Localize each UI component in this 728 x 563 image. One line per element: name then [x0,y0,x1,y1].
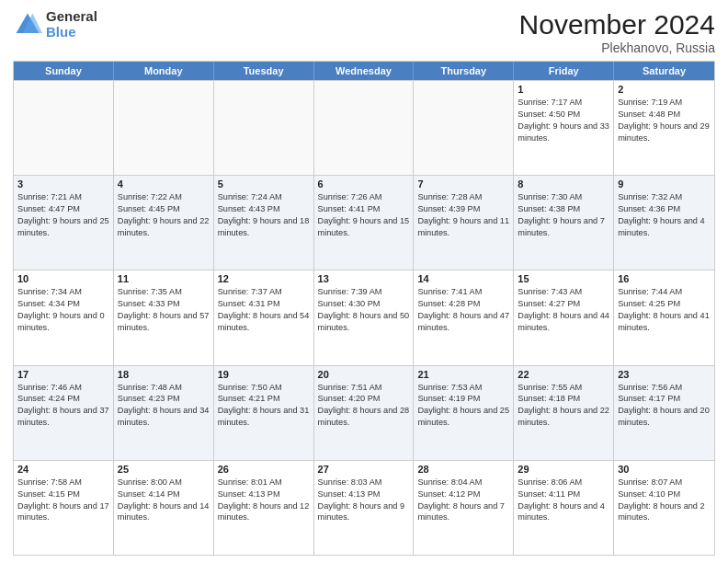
day-info: Sunrise: 7:48 AMSunset: 4:23 PMDaylight:… [118,382,210,430]
day-info: Sunrise: 8:03 AMSunset: 4:13 PMDaylight:… [318,477,410,524]
day-number: 21 [417,369,509,380]
day-info: Sunrise: 8:01 AMSunset: 4:13 PMDaylight:… [218,477,310,524]
day-number: 22 [518,369,609,380]
day-info: Sunrise: 7:53 AMSunset: 4:19 PMDaylight:… [417,382,509,430]
calendar-cell: 20Sunrise: 7:51 AMSunset: 4:20 PMDayligh… [314,366,415,460]
day-info: Sunrise: 7:55 AMSunset: 4:18 PMDaylight:… [518,382,609,430]
day-info: Sunrise: 7:24 AMSunset: 4:43 PMDaylight:… [218,191,310,239]
calendar-cell [314,81,415,175]
calendar-row-1: 3Sunrise: 7:21 AMSunset: 4:47 PMDaylight… [14,175,714,270]
logo-text: General Blue [46,9,97,40]
day-info: Sunrise: 7:26 AMSunset: 4:41 PMDaylight:… [318,191,410,239]
calendar-cell: 14Sunrise: 7:41 AMSunset: 4:28 PMDayligh… [414,270,514,364]
day-info: Sunrise: 8:00 AMSunset: 4:14 PMDaylight:… [118,477,210,524]
day-number: 28 [417,464,509,475]
day-info: Sunrise: 7:46 AMSunset: 4:24 PMDaylight:… [17,382,109,430]
header-day-wednesday: Wednesday [314,62,415,80]
month-title: November 2024 [519,9,715,40]
day-info: Sunrise: 7:28 AMSunset: 4:39 PMDaylight:… [417,191,509,239]
day-number: 24 [17,464,109,475]
calendar-body: 1Sunrise: 7:17 AMSunset: 4:50 PMDaylight… [14,80,714,555]
day-info: Sunrise: 7:43 AMSunset: 4:27 PMDaylight:… [518,286,609,334]
calendar-cell: 4Sunrise: 7:22 AMSunset: 4:45 PMDaylight… [114,176,214,270]
day-info: Sunrise: 7:32 AMSunset: 4:36 PMDaylight:… [618,191,711,239]
header-day-sunday: Sunday [14,62,114,80]
day-info: Sunrise: 7:17 AMSunset: 4:50 PMDaylight:… [518,97,609,144]
calendar-cell [14,81,114,175]
logo-blue: Blue [46,25,97,40]
calendar-cell: 26Sunrise: 8:01 AMSunset: 4:13 PMDayligh… [214,461,314,555]
day-number: 19 [218,369,310,380]
location: Plekhanovo, Russia [519,40,715,55]
day-number: 12 [218,273,310,284]
day-info: Sunrise: 7:58 AMSunset: 4:15 PMDaylight:… [17,477,109,524]
calendar-cell: 25Sunrise: 8:00 AMSunset: 4:14 PMDayligh… [114,461,214,555]
header-day-saturday: Saturday [614,62,714,80]
calendar-cell: 5Sunrise: 7:24 AMSunset: 4:43 PMDaylight… [214,176,314,270]
calendar-cell: 1Sunrise: 7:17 AMSunset: 4:50 PMDaylight… [514,81,614,175]
calendar-cell: 9Sunrise: 7:32 AMSunset: 4:36 PMDaylight… [614,176,714,270]
calendar-cell: 15Sunrise: 7:43 AMSunset: 4:27 PMDayligh… [514,270,614,364]
calendar-row-2: 10Sunrise: 7:34 AMSunset: 4:34 PMDayligh… [14,270,714,364]
calendar-header: SundayMondayTuesdayWednesdayThursdayFrid… [14,62,714,80]
day-info: Sunrise: 8:07 AMSunset: 4:10 PMDaylight:… [618,477,711,524]
day-number: 15 [518,273,609,284]
logo-icon [13,10,42,40]
calendar-row-0: 1Sunrise: 7:17 AMSunset: 4:50 PMDaylight… [14,80,714,175]
day-info: Sunrise: 8:06 AMSunset: 4:11 PMDaylight:… [518,477,609,524]
header-day-tuesday: Tuesday [214,62,314,80]
calendar-cell: 19Sunrise: 7:50 AMSunset: 4:21 PMDayligh… [214,366,314,460]
day-info: Sunrise: 7:50 AMSunset: 4:21 PMDaylight:… [218,382,310,430]
day-info: Sunrise: 7:30 AMSunset: 4:38 PMDaylight:… [518,191,609,239]
day-number: 17 [17,369,109,380]
day-number: 2 [618,84,711,95]
calendar-cell: 28Sunrise: 8:04 AMSunset: 4:12 PMDayligh… [414,461,514,555]
calendar-cell: 16Sunrise: 7:44 AMSunset: 4:25 PMDayligh… [614,270,714,364]
day-info: Sunrise: 7:56 AMSunset: 4:17 PMDaylight:… [618,382,711,430]
day-number: 3 [17,178,109,190]
day-number: 10 [17,273,109,284]
day-number: 9 [618,178,711,190]
day-number: 1 [518,84,609,95]
header-day-monday: Monday [114,62,214,80]
calendar-cell [114,81,214,175]
calendar-cell: 6Sunrise: 7:26 AMSunset: 4:41 PMDaylight… [314,176,415,270]
calendar-row-4: 24Sunrise: 7:58 AMSunset: 4:15 PMDayligh… [14,460,714,555]
calendar-cell: 10Sunrise: 7:34 AMSunset: 4:34 PMDayligh… [14,270,114,364]
day-info: Sunrise: 7:19 AMSunset: 4:48 PMDaylight:… [618,97,711,144]
day-number: 26 [218,464,310,475]
calendar-cell: 11Sunrise: 7:35 AMSunset: 4:33 PMDayligh… [114,270,214,364]
day-number: 4 [118,178,210,190]
calendar-cell: 24Sunrise: 7:58 AMSunset: 4:15 PMDayligh… [14,461,114,555]
day-number: 30 [618,464,711,475]
day-number: 13 [318,273,410,284]
day-info: Sunrise: 7:44 AMSunset: 4:25 PMDaylight:… [618,286,711,334]
day-info: Sunrise: 7:35 AMSunset: 4:33 PMDaylight:… [118,286,210,334]
calendar-cell: 23Sunrise: 7:56 AMSunset: 4:17 PMDayligh… [614,366,714,460]
day-number: 27 [318,464,410,475]
logo: General Blue [13,9,97,40]
calendar-cell: 2Sunrise: 7:19 AMSunset: 4:48 PMDaylight… [614,81,714,175]
calendar-cell: 22Sunrise: 7:55 AMSunset: 4:18 PMDayligh… [514,366,614,460]
day-number: 18 [118,369,210,380]
calendar-cell: 8Sunrise: 7:30 AMSunset: 4:38 PMDaylight… [514,176,614,270]
day-number: 16 [618,273,711,284]
calendar-cell: 3Sunrise: 7:21 AMSunset: 4:47 PMDaylight… [14,176,114,270]
logo-general: General [46,9,97,25]
page: General Blue November 2024 Plekhanovo, R… [0,0,728,563]
day-info: Sunrise: 7:39 AMSunset: 4:30 PMDaylight:… [318,286,410,334]
header-day-friday: Friday [514,62,614,80]
calendar-cell [214,81,314,175]
day-number: 29 [518,464,609,475]
calendar-cell: 7Sunrise: 7:28 AMSunset: 4:39 PMDaylight… [414,176,514,270]
day-info: Sunrise: 7:22 AMSunset: 4:45 PMDaylight:… [118,191,210,239]
day-number: 8 [518,178,609,190]
calendar-cell [414,81,514,175]
day-info: Sunrise: 7:51 AMSunset: 4:20 PMDaylight:… [318,382,410,430]
day-info: Sunrise: 7:41 AMSunset: 4:28 PMDaylight:… [417,286,509,334]
day-number: 25 [118,464,210,475]
day-info: Sunrise: 7:21 AMSunset: 4:47 PMDaylight:… [17,191,109,239]
calendar: SundayMondayTuesdayWednesdayThursdayFrid… [13,61,715,556]
title-block: November 2024 Plekhanovo, Russia [519,9,715,55]
calendar-cell: 29Sunrise: 8:06 AMSunset: 4:11 PMDayligh… [514,461,614,555]
